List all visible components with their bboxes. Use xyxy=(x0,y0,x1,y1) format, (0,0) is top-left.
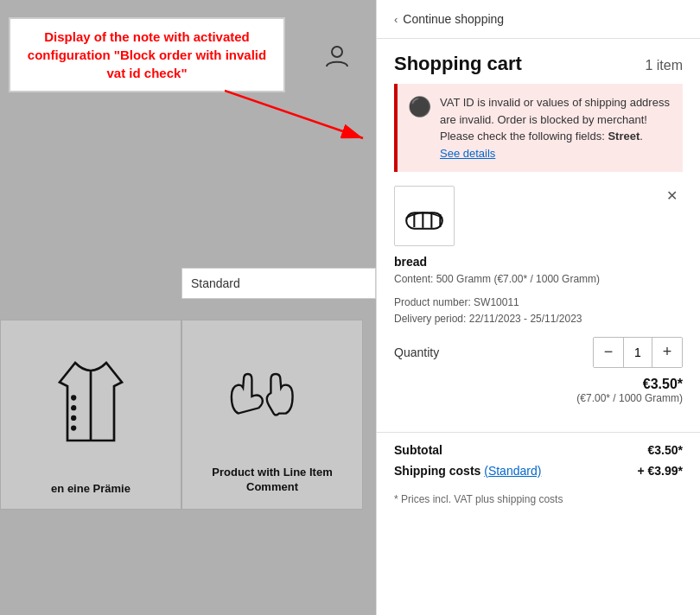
product-content: Content: 500 Gramm (€7.00* / 1000 Gramm) xyxy=(394,271,683,288)
quantity-row: Quantity − 1 + xyxy=(394,337,683,368)
shipping-label-text: Shipping costs xyxy=(394,464,480,478)
shipping-standard-link[interactable]: (Standard) xyxy=(484,464,541,478)
product-name: bread xyxy=(394,255,683,269)
product-cards: en eine Prämie Product with Line ItemCom… xyxy=(0,320,376,510)
product-number-value: SW10011 xyxy=(474,296,519,308)
mittens-card-label: Product with Line ItemComment xyxy=(205,466,339,495)
svg-point-2 xyxy=(332,47,342,57)
subtotal-row: Subtotal €3.50* xyxy=(394,443,683,457)
shipping-row: Shipping costs (Standard) + €3.99* xyxy=(394,464,683,478)
price-row: €3.50* (€7.00* / 1000 Gramm) xyxy=(394,377,683,404)
annotation-box: Display of the note with activated confi… xyxy=(9,17,285,92)
error-line2-prefix: Please check the following fields: xyxy=(440,130,608,143)
product-image xyxy=(394,186,455,246)
remove-product-button[interactable]: ✕ xyxy=(661,186,683,206)
search-bar[interactable]: Standard xyxy=(181,268,376,299)
quantity-control: − 1 + xyxy=(593,337,683,368)
price-per-unit: (€7.00* / 1000 Gramm) xyxy=(394,392,683,404)
mittens-icon-area xyxy=(225,320,320,466)
quantity-value: 1 xyxy=(623,338,652,367)
jacket-icon xyxy=(52,354,130,449)
background-panel: Display of the note with activated confi… xyxy=(0,0,376,615)
user-icon[interactable] xyxy=(324,43,350,69)
shipping-label: Shipping costs (Standard) xyxy=(394,464,541,478)
cart-item-count: 1 item xyxy=(645,58,683,73)
delivery-period-row: Delivery period: 22/11/2023 - 25/11/2023 xyxy=(394,311,683,327)
product-section: ✕ bread Content: 500 Gramm (€7.00* / 100… xyxy=(394,186,683,422)
product-number-label: Product number: xyxy=(394,296,471,308)
delivery-label: Delivery period: xyxy=(394,313,466,325)
right-panel: ‹ Continue shopping Shopping cart 1 item… xyxy=(376,0,700,615)
continue-shopping-link[interactable]: ‹ Continue shopping xyxy=(377,0,700,39)
block-icon: ⚫ xyxy=(408,96,431,118)
error-field-name: Street xyxy=(608,130,640,143)
cart-title: Shopping cart xyxy=(394,53,522,75)
shipping-value: + €3.99* xyxy=(637,464,683,478)
see-details-link[interactable]: See details xyxy=(440,147,495,160)
bread-icon xyxy=(403,201,446,231)
svg-point-5 xyxy=(72,406,75,409)
product-card-mittens[interactable]: Product with Line ItemComment xyxy=(181,320,363,510)
svg-line-1 xyxy=(225,91,363,138)
product-number-row: Product number: SW10011 xyxy=(394,295,683,311)
product-card-jacket[interactable]: en eine Prämie xyxy=(0,320,181,510)
price-main: €3.50* xyxy=(394,377,683,392)
svg-point-7 xyxy=(72,426,75,429)
annotation-text: Display of the note with activated confi… xyxy=(22,28,271,82)
vat-note: * Prices incl. VAT plus shipping costs xyxy=(377,485,700,523)
cart-header: Shopping cart 1 item xyxy=(377,39,700,84)
subtotal-section: Subtotal €3.50* Shipping costs (Standard… xyxy=(377,443,700,485)
jacket-icon-area xyxy=(52,320,130,482)
decrease-quantity-button[interactable]: − xyxy=(594,338,623,367)
continue-shopping-label: Continue shopping xyxy=(403,12,504,26)
subtotal-value: €3.50* xyxy=(648,443,683,457)
quantity-label: Quantity xyxy=(394,346,439,359)
section-divider xyxy=(377,432,700,433)
subtotal-label: Subtotal xyxy=(394,443,442,457)
delivery-period: 22/11/2023 - 25/11/2023 xyxy=(469,313,582,325)
product-row: ✕ xyxy=(394,186,683,246)
svg-point-4 xyxy=(72,396,75,399)
jacket-card-label: en eine Prämie xyxy=(44,482,137,495)
mittens-icon xyxy=(225,354,320,432)
error-text-content: VAT ID is invalid or values of shipping … xyxy=(440,94,672,162)
annotation-arrow xyxy=(225,82,372,151)
search-placeholder: Standard xyxy=(191,276,240,290)
back-chevron-icon: ‹ xyxy=(394,13,398,26)
error-line1: VAT ID is invalid or values of shipping … xyxy=(440,96,670,126)
increase-quantity-button[interactable]: + xyxy=(652,338,682,367)
error-banner: ⚫ VAT ID is invalid or values of shippin… xyxy=(394,84,683,172)
product-content-text: Content: 500 Gramm (€7.00* / 1000 Gramm) xyxy=(394,273,600,285)
svg-point-6 xyxy=(72,416,75,420)
